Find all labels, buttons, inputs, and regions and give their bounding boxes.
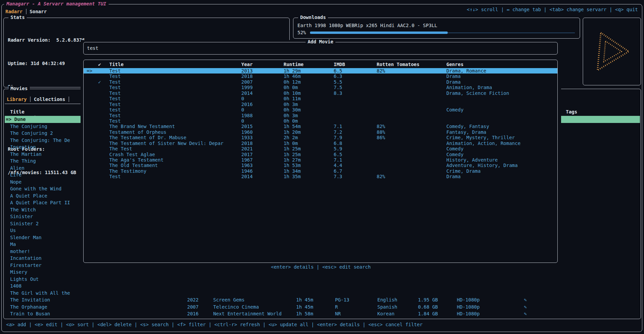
movie-runtime: 1h 45m [296, 296, 313, 304]
result-rotten-tomatoes [377, 146, 446, 151]
result-rotten-tomatoes: 82% [377, 124, 446, 129]
result-rotten-tomatoes [377, 113, 446, 118]
result-imdb [334, 102, 377, 107]
search-result-row[interactable]: The Brand New Testament20151h 54m7.182%C… [84, 124, 557, 129]
result-title: Test [109, 68, 241, 74]
search-result-row[interactable]: ✓Test20070h 12m5.5Drama [84, 79, 557, 85]
app-title: Managarr - A Servarr management TUI [4, 1, 109, 6]
result-runtime: 1h 34m [284, 168, 334, 174]
row-selection-marker [84, 85, 97, 90]
result-genres [446, 102, 557, 107]
tab-radarr[interactable]: Radarr [5, 9, 23, 14]
downloads-panel-title: Downloads [298, 15, 328, 20]
stats-panel-title: Stats [8, 15, 27, 20]
movie-title: Inception [5, 144, 36, 151]
result-genres: Drama [446, 79, 557, 85]
result-year: 2018 [241, 141, 284, 146]
monitored-icon: ✎ [524, 310, 527, 317]
result-runtime: 1h 46m [284, 74, 334, 79]
row-selection-marker [84, 157, 97, 163]
result-runtime: 0h 3m [284, 102, 334, 107]
movie-language: Korean [377, 310, 395, 317]
results-title-header: Title [109, 62, 241, 67]
tags-column-header: Tags [566, 109, 577, 114]
movie-title: The Conjuring 2 [5, 130, 53, 137]
tab-divider [26, 9, 26, 14]
movie-title: Incantation [5, 255, 42, 262]
result-genres: Drama [446, 74, 557, 79]
movie-title: => Dune [5, 116, 26, 123]
movie-title: The Conjuring: The De [5, 137, 70, 144]
result-year: 1960 [241, 129, 284, 135]
search-result-row[interactable]: Testament of Orpheus19601h 20m7.288%Fant… [84, 129, 557, 135]
result-year: 0 [241, 96, 284, 101]
movie-row[interactable]: Lights Out [5, 276, 640, 283]
movie-certification: NR [335, 310, 341, 317]
search-result-row[interactable]: Test20140h 10m8.3Drama, Science Fiction [84, 90, 557, 96]
result-year: 2018 [241, 74, 284, 79]
movie-row[interactable]: Train to Busan2016Next Entertainment Wor… [5, 310, 640, 317]
search-result-row[interactable]: Test00h 11m [84, 96, 557, 101]
search-result-row[interactable]: The Testament of Dr. Mabuse19332h 2m7.98… [84, 135, 557, 140]
result-year: 1933 [241, 135, 284, 140]
managarr-play-logo-icon [590, 30, 634, 73]
movie-row[interactable]: The Girl with All the [5, 290, 640, 297]
search-result-row[interactable]: test00h 30mComedy [84, 107, 557, 112]
search-result-row[interactable]: The Test20211h 25m5.9Comedy [84, 146, 557, 151]
result-year: 2007 [241, 79, 284, 85]
movie-title: Gone with the Wind [5, 185, 62, 192]
movie-search-input[interactable]: Add Movie test [83, 42, 558, 55]
result-runtime: 0h 0m [284, 85, 334, 90]
movie-row[interactable]: The Invitation2022Screen Gems1h 45mPG-13… [5, 296, 640, 304]
result-rotten-tomatoes: 82% [377, 68, 446, 74]
result-runtime: 0h 10m [284, 90, 334, 96]
search-result-row[interactable]: The Testimony19461h 34m6.7Crime, Drama [84, 168, 557, 174]
search-result-row[interactable]: Crash Test Aglae20171h 25m6.5Comedy [84, 152, 557, 157]
result-title: The Old Testament [109, 163, 241, 168]
row-checkmark-icon [97, 90, 109, 96]
result-year: 2013 [241, 68, 284, 74]
row-checkmark-icon [97, 102, 109, 107]
check-column-header: ✔ [97, 62, 109, 67]
search-input-value: test [87, 42, 98, 54]
search-result-row[interactable]: Test20141h 35m7.382%Drama [84, 174, 557, 179]
search-result-row[interactable]: Test20181h 46m6.3Drama [84, 74, 557, 79]
result-title: Test [109, 79, 241, 85]
search-result-row[interactable]: The Testament of Sister New Devil: Depar… [84, 141, 557, 146]
search-result-row[interactable]: Test20160h 3m [84, 102, 557, 107]
row-selection-marker [84, 174, 97, 179]
movie-title: Us [5, 227, 16, 234]
result-genres: Fantasy, Drama [446, 129, 557, 135]
row-selection-marker [84, 90, 97, 96]
search-result-row[interactable]: =>Test20131h 29m6.582%Drama, Romance [84, 68, 557, 74]
search-result-row[interactable]: Test19990h 0m7.5Animation, Drama [84, 85, 557, 90]
search-result-row[interactable]: The Aga's Testament19671h 27m7.1History,… [84, 157, 557, 163]
row-selection-marker [84, 96, 97, 101]
movie-row[interactable]: The Orphanage2007Telecinco Cinema1h 45mR… [5, 304, 640, 311]
search-result-row[interactable]: Test19880h 3m [84, 113, 557, 118]
tab-library[interactable]: Library [7, 97, 27, 102]
search-results-table: ✔ Title Year Runtime IMDB Rotten Tomatoe… [83, 60, 558, 263]
tab-collections[interactable]: Collections [34, 97, 65, 102]
result-imdb: 6.8 [334, 141, 377, 146]
result-runtime: 1h 27m [284, 157, 334, 163]
tab-sonarr[interactable]: Sonarr [30, 9, 47, 14]
row-selection-marker [84, 129, 97, 135]
row-selection-marker [84, 168, 97, 174]
search-result-row[interactable]: Test00h 0m [84, 118, 557, 124]
result-year: 1988 [241, 113, 284, 118]
result-runtime: 2h 2m [284, 135, 334, 140]
result-title: Test [109, 174, 241, 179]
result-genres: Crime, Drama [446, 168, 557, 174]
movie-row[interactable]: 1408 [5, 283, 640, 290]
movie-title: The Invitation [5, 296, 50, 304]
result-year: 1946 [241, 168, 284, 174]
result-genres: Drama, Science Fiction [446, 90, 557, 96]
row-checkmark-icon: ✓ [97, 79, 109, 85]
result-imdb: 8.3 [334, 90, 377, 96]
download-progress-bar [310, 32, 575, 34]
result-genres: History, Adventure [446, 157, 557, 163]
movie-title: Train to Busan [5, 310, 50, 317]
result-imdb [334, 113, 377, 118]
search-result-row[interactable]: The Old Testament19631h 53m4.4Adventure,… [84, 163, 557, 168]
